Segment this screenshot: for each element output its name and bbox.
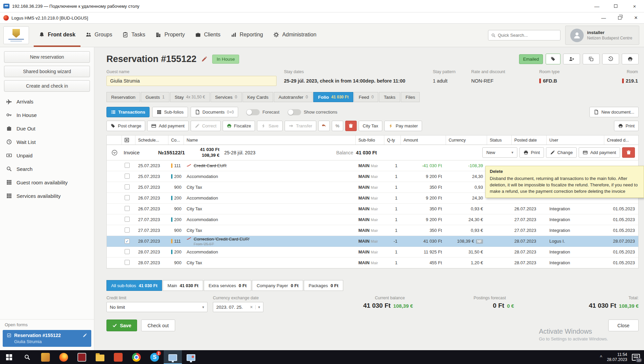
pencil-icon[interactable] bbox=[83, 333, 87, 338]
nav-administration[interactable]: Administration bbox=[268, 24, 321, 47]
taskbar-app-1[interactable] bbox=[36, 350, 55, 364]
pay-master-button[interactable]: Pay master bbox=[384, 121, 422, 131]
shared-booking-wizard-button[interactable]: Shared booking wizard bbox=[4, 66, 90, 77]
taskbar-app-3[interactable] bbox=[109, 350, 127, 364]
tab-files[interactable]: Files bbox=[401, 92, 420, 102]
taskbar-rdp[interactable] bbox=[164, 350, 182, 364]
nav-clients[interactable]: Clients bbox=[190, 24, 226, 47]
invoice-change-button[interactable]: Change bbox=[546, 147, 577, 158]
tab-services[interactable]: Services0 bbox=[211, 92, 242, 102]
sidebar-item-arrivals[interactable]: Arrivals bbox=[0, 95, 94, 108]
start-button[interactable] bbox=[0, 350, 18, 364]
row-checkbox[interactable] bbox=[125, 260, 130, 265]
transaction-row[interactable]: 28.07.2023900City TaxMAIN Mair1455 Ft1,2… bbox=[107, 257, 638, 268]
transaction-row[interactable]: 28.07.2023200AccommodationMAIN Mair111 9… bbox=[107, 247, 638, 257]
tab-tasks[interactable]: Tasks bbox=[379, 92, 400, 102]
print-button[interactable] bbox=[622, 54, 639, 64]
tab-autotransfer[interactable]: Autotransfer0 bbox=[274, 92, 313, 102]
row-checkbox[interactable] bbox=[125, 228, 130, 233]
tab-key-cards[interactable]: Key Cards bbox=[243, 92, 273, 102]
subfolio-tab-extra-services[interactable]: Extra services0 Ft bbox=[204, 280, 251, 291]
print-folio-button[interactable]: Print bbox=[614, 121, 639, 131]
clear-date-icon[interactable]: × bbox=[250, 304, 253, 310]
invoice-print-button[interactable]: Print bbox=[519, 147, 544, 158]
open-form-reservation[interactable]: Reservation #155122 Giulia Strumia bbox=[3, 330, 91, 347]
post-charge-button[interactable]: Post charge bbox=[106, 121, 145, 131]
taskbar-app-firefox[interactable] bbox=[55, 350, 73, 364]
quick-search-input[interactable] bbox=[498, 33, 557, 38]
sidebar-item-guest-room-availability[interactable]: Guest room availability bbox=[0, 176, 94, 189]
sidebar-item-search[interactable]: Search bbox=[0, 162, 94, 176]
sidebar-item-due-out[interactable]: Due Out bbox=[0, 122, 94, 135]
nav-groups[interactable]: Groups bbox=[80, 24, 117, 47]
currency-exchange-date-picker[interactable]: 2023. 07. 25. × ▾ bbox=[213, 302, 263, 312]
sidebar-item-in-house[interactable]: In House bbox=[0, 108, 94, 122]
duplicate-button[interactable] bbox=[583, 54, 600, 64]
tray-expand-icon[interactable]: ^ bbox=[600, 355, 602, 360]
percent-button[interactable]: % bbox=[332, 121, 343, 131]
subfolio-tab-company-payer[interactable]: Company Payer0 Ft bbox=[252, 280, 303, 291]
sidebar-item-services-availability[interactable]: Services availability bbox=[0, 189, 94, 203]
row-checkbox[interactable]: ✓ bbox=[125, 239, 130, 244]
invoice-add-payment-button[interactable]: Add payment bbox=[579, 147, 620, 158]
taskbar-skype[interactable]: S 2 bbox=[146, 350, 164, 364]
rdp-maximize-button[interactable] bbox=[606, 0, 625, 12]
row-checkbox[interactable] bbox=[125, 184, 130, 189]
sidebar-item-wait-list[interactable]: Wait List bbox=[0, 135, 94, 149]
tab-folio[interactable]: Folio41 030 Ft bbox=[313, 92, 353, 102]
tab-feed[interactable]: Feed0 bbox=[354, 92, 378, 102]
tab-reservation[interactable]: Reservation bbox=[106, 92, 140, 102]
nav-reporting[interactable]: Reporting bbox=[226, 24, 268, 47]
tab-stay[interactable]: Stay4x 31,50 € bbox=[170, 92, 210, 102]
invoice-delete-button[interactable] bbox=[622, 147, 635, 158]
app-restore-button[interactable] bbox=[612, 12, 628, 23]
add-payment-button[interactable]: Add payment bbox=[147, 121, 189, 131]
row-checkbox[interactable] bbox=[125, 174, 130, 179]
history-button[interactable] bbox=[602, 54, 619, 64]
view-transactions[interactable]: Transactions bbox=[106, 107, 150, 117]
create-and-check-in-button[interactable]: Create and check in bbox=[4, 80, 90, 92]
taskbar-clock[interactable]: 11:54 28.07.2023 bbox=[607, 352, 627, 362]
row-checkbox[interactable] bbox=[125, 163, 130, 168]
forecast-toggle[interactable]: Forecast bbox=[246, 109, 280, 115]
correct-button[interactable]: Correct bbox=[191, 121, 221, 131]
app-close-button[interactable]: × bbox=[628, 12, 644, 23]
taskbar-search-button[interactable] bbox=[18, 350, 36, 364]
rdp-minimize-button[interactable]: — bbox=[587, 0, 606, 12]
subfolio-tab-main[interactable]: Main41 030 Ft bbox=[163, 280, 203, 291]
close-button[interactable]: Close bbox=[608, 320, 639, 331]
rdp-close-button[interactable]: × bbox=[625, 0, 644, 12]
nav-property[interactable]: Property bbox=[150, 24, 190, 47]
delete-button[interactable] bbox=[345, 121, 357, 131]
sidebar-item-unpaid[interactable]: Unpaid bbox=[0, 149, 94, 162]
select-all-checkbox[interactable] bbox=[122, 135, 135, 145]
subfolio-tab-all[interactable]: All sub-folios41 030 Ft bbox=[106, 280, 162, 291]
view-sub-folios[interactable]: Sub-folios bbox=[152, 107, 188, 117]
collapse-invoice-icon[interactable] bbox=[111, 150, 118, 156]
credit-limit-select[interactable]: No limit▾ bbox=[106, 302, 207, 312]
save-button[interactable]: Save bbox=[106, 320, 137, 331]
row-checkbox[interactable] bbox=[125, 206, 130, 211]
row-checkbox[interactable] bbox=[125, 217, 130, 222]
row-checkbox[interactable] bbox=[125, 195, 130, 200]
user-panel[interactable]: installer Netizen Budapest Centre bbox=[565, 26, 639, 45]
row-checkbox[interactable] bbox=[125, 249, 130, 254]
guest-name-input[interactable] bbox=[106, 76, 277, 86]
edit-reservation-icon[interactable] bbox=[201, 56, 207, 62]
tags-button[interactable] bbox=[546, 54, 560, 64]
check-out-button[interactable]: Check out bbox=[141, 320, 175, 331]
tab-guests[interactable]: Guests1 bbox=[141, 92, 169, 102]
add-guest-button[interactable] bbox=[563, 54, 580, 64]
fiscalize-button[interactable]: Fiscalize bbox=[223, 121, 255, 131]
transfer-button[interactable]: Transfer bbox=[285, 121, 316, 131]
show-corrections-toggle[interactable]: Show corrections bbox=[288, 109, 337, 115]
city-tax-button[interactable]: City Tax bbox=[359, 121, 382, 131]
calendar-dropdown-icon[interactable]: ▾ bbox=[255, 305, 260, 309]
action-center-icon[interactable]: 13 bbox=[632, 354, 640, 361]
transaction-row[interactable]: 27.07.2023900City TaxMAIN Mair1350 Ft0,9… bbox=[107, 225, 638, 236]
taskbar-app-2[interactable] bbox=[73, 350, 91, 364]
nav-front-desk[interactable]: Front desk bbox=[34, 24, 80, 47]
taskbar-app-4[interactable] bbox=[182, 350, 200, 364]
save-posting-button[interactable]: Save bbox=[257, 121, 283, 131]
new-reservation-button[interactable]: New reservation bbox=[4, 51, 90, 63]
